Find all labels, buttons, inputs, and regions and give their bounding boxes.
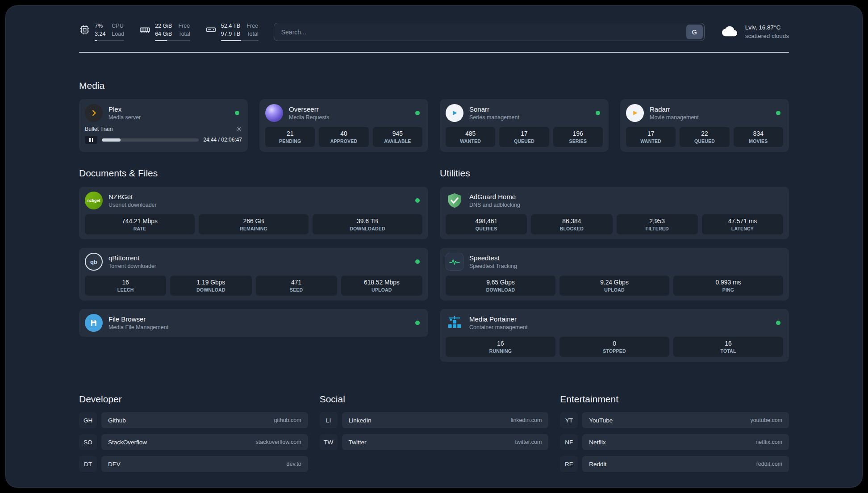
gear-icon[interactable] [236,126,242,132]
stat-wanted: 17 WANTED [626,127,676,147]
plex-service-link[interactable]: Plex Media server [85,104,242,122]
bookmark-dev[interactable]: DT DEV dev.to [79,456,308,472]
radarr-service-link[interactable]: Radarr Movie management [626,104,783,122]
service-desc: Torrent downloader [108,263,156,269]
section-title-developer: Developer [79,394,308,405]
stat-upload: 9.24 Gbps UPLOAD [559,276,669,296]
speedtest-icon [446,253,463,271]
bookmark-reddit[interactable]: RE Reddit reddit.com [560,456,789,472]
stat-label: LATENCY [704,226,781,231]
stat-seed: 471 SEED [256,276,337,296]
status-dot [596,111,600,115]
stat-value: 16 [675,340,781,347]
qbittorrent-service-link[interactable]: qb qBittorrent Torrent downloader [85,253,422,271]
stat-value: 9.24 Gbps [561,279,668,286]
stat-value: 17 [628,130,674,137]
stat-blocked: 86,384 BLOCKED [531,214,612,234]
filebrowser-card: File Browser Media File Management [79,309,428,337]
service-name: File Browser [108,315,168,323]
stat-label: SEED [258,287,335,292]
section-title-utilities: Utilities [440,168,789,179]
bookmark-youtube[interactable]: YT YouTube youtube.com [560,412,789,428]
memory-total-value: 64 GiB [155,31,172,37]
sonarr-service-link[interactable]: Sonarr Series management [446,104,603,122]
bookmark-abbr: GH [79,412,97,428]
stat-label: APPROVED [321,138,367,144]
overseerr-service-link[interactable]: Overseerr Media Requests [265,104,422,122]
bookmark-abbr: TW [320,434,338,450]
bookmark-stackoverflow[interactable]: SO StackOverflow stackoverflow.com [79,434,308,450]
stat-value: 485 [447,130,493,137]
bookmark-url: youtube.com [750,417,782,423]
adguard-service-link[interactable]: AdGuard Home DNS and adblocking [446,192,783,209]
bookmark-linkedin[interactable]: LI LinkedIn linkedin.com [320,412,549,428]
section-title-entertainment: Entertainment [560,394,789,405]
service-desc: DNS and adblocking [469,202,520,208]
bookmark-netflix[interactable]: NF Netflix netflix.com [560,434,789,450]
memory-free-label: Free [178,23,190,29]
memory-total-label: Total [178,31,190,37]
overseerr-card: Overseerr Media Requests 21 PENDING 40 A… [259,99,428,152]
radarr-icon [626,104,644,122]
stat-label: FILTERED [618,226,696,231]
search-bar: G [274,23,705,41]
bookmark-url: github.com [274,417,301,423]
stat-label: QUERIES [447,226,525,231]
stat-approved: 40 APPROVED [319,127,368,147]
service-name: Speedtest [469,254,517,262]
sonarr-card: Sonarr Series management 485 WANTED 17 Q… [440,99,609,152]
bookmark-name: Reddit [589,461,606,468]
stat-value: 47.571 ms [704,218,781,225]
bookmark-github[interactable]: GH Github github.com [79,412,308,428]
service-name: AdGuard Home [469,193,520,201]
stat-label: AVAILABLE [375,138,421,144]
bookmark-twitter[interactable]: TW Twitter twitter.com [320,434,549,450]
stat-leech: 16 LEECH [85,276,166,296]
stat-pending: 21 PENDING [265,127,315,147]
bookmark-url: netflix.com [755,439,782,445]
memory-widget: 22 GiB 64 GiB Free Total [139,23,190,41]
speedtest-service-link[interactable]: Speedtest Speedtest Tracking [446,253,783,271]
stat-ping: 0.993 ms PING [673,276,783,296]
bookmark-abbr: SO [79,434,97,450]
portainer-service-link[interactable]: Media Portainer Container management [446,314,783,332]
memory-icon [139,24,150,37]
stat-label: QUEUED [501,138,547,144]
nzbget-icon: nzbget [85,192,103,209]
status-dot [235,111,239,115]
nzbget-service-link[interactable]: nzbget NZBGet Usenet downloader [85,192,422,209]
stat-value: 498,461 [447,218,525,225]
developer-bookmarks: Developer GH Github github.com SO StackO… [79,394,308,472]
stat-available: 945 AVAILABLE [373,127,422,147]
bookmark-name: LinkedIn [349,417,371,424]
service-name: Media Portainer [469,315,528,323]
playback-progress-bar[interactable] [102,138,199,142]
dashboard-window: 7% 3.24 CPU Load [5,5,863,488]
stat-queued: 17 QUEUED [499,127,549,147]
stat-value: 945 [375,130,421,137]
stat-label: WANTED [628,138,674,144]
search-input[interactable] [275,29,686,36]
filebrowser-service-link[interactable]: File Browser Media File Management [85,314,422,332]
bookmark-name: YouTube [589,417,613,424]
service-desc: Container management [469,324,528,330]
nzbget-icon-text: nzbget [88,198,100,203]
stat-remaining: 266 GB REMAINING [199,214,309,234]
utilities-column: Utilities [440,168,789,362]
stat-value: 21 [267,130,313,137]
stat-label: LEECH [87,287,164,292]
memory-free-value: 22 GiB [155,23,172,29]
stat-value: 471 [258,279,335,286]
stat-download: 1.19 Gbps DOWNLOAD [170,276,251,296]
bookmark-name: DEV [108,461,121,468]
pause-button[interactable] [85,136,97,144]
stat-value: 196 [555,130,601,137]
stat-value: 744.21 Mbps [87,218,193,225]
cpu-icon [79,24,90,37]
stat-series: 196 SERIES [553,127,603,147]
disk-total-value: 97.9 TB [221,31,241,37]
stat-total: 16 TOTAL [673,337,783,357]
search-engine-button[interactable]: G [686,25,703,39]
stat-label: DOWNLOAD [447,287,554,292]
stat-value: 39.6 TB [314,218,421,225]
